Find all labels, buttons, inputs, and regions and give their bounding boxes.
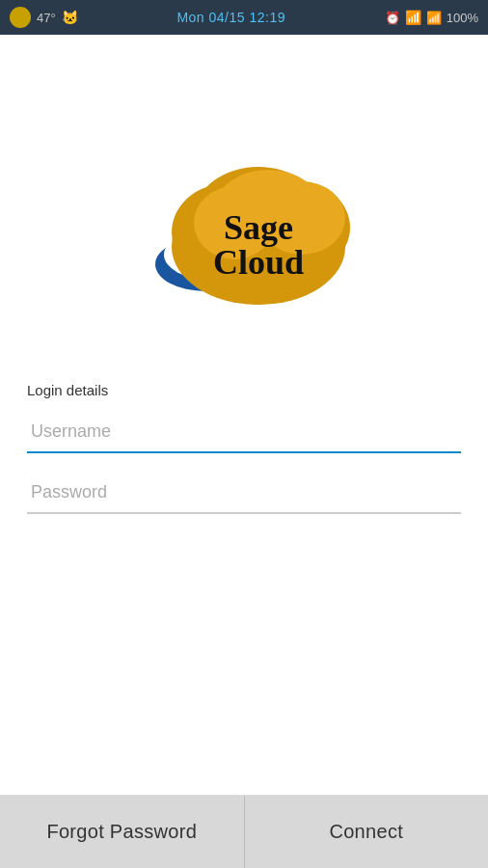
- main-content: Sage Cloud Login details Forgot Password…: [0, 35, 488, 868]
- temperature: 47°: [37, 11, 56, 25]
- forgot-password-button[interactable]: Forgot Password: [0, 796, 245, 868]
- wifi-icon: 📶: [405, 10, 421, 25]
- cat-icon: 🐱: [62, 10, 78, 25]
- login-details-label: Login details: [27, 382, 461, 398]
- connect-button[interactable]: Connect: [245, 796, 489, 868]
- status-right: ⏰ 📶 📶 100%: [385, 10, 478, 25]
- alarm-icon: ⏰: [385, 11, 400, 25]
- svg-text:Cloud: Cloud: [213, 243, 304, 282]
- logo-area: Sage Cloud: [0, 112, 488, 324]
- weather-icon: [10, 7, 31, 28]
- password-input[interactable]: [27, 473, 461, 514]
- datetime: Mon 04/15 12:19: [176, 10, 285, 25]
- signal-icon: 📶: [426, 11, 442, 25]
- sage-cloud-logo: Sage Cloud: [119, 122, 369, 314]
- svg-text:Sage: Sage: [224, 208, 293, 247]
- logo-container: Sage Cloud: [119, 122, 369, 314]
- status-bar: 47° 🐱 Mon 04/15 12:19 ⏰ 📶 📶 100%: [0, 0, 488, 35]
- buttons-area: Forgot Password Connect: [0, 795, 488, 868]
- status-left: 47° 🐱: [10, 7, 78, 28]
- username-input[interactable]: [27, 412, 461, 453]
- form-area: Login details: [0, 382, 488, 533]
- battery-text: 100%: [447, 11, 478, 25]
